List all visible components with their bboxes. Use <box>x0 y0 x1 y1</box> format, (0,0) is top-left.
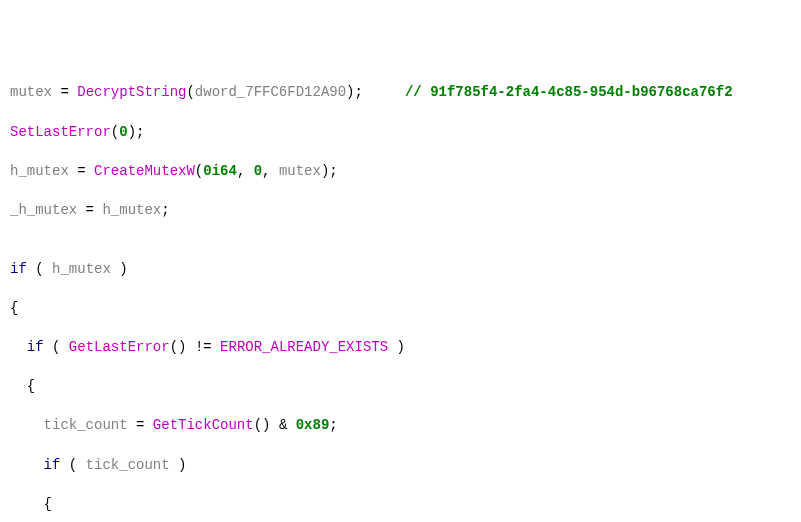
function-call: CreateMutexW <box>94 163 195 179</box>
paren-open: ( <box>52 339 69 355</box>
number: 0x89 <box>296 417 330 433</box>
semicolon: ; <box>329 163 337 179</box>
indent <box>10 339 27 355</box>
semicolon: ; <box>329 417 337 433</box>
paren-close: ) <box>346 84 354 100</box>
paren-close: ) <box>111 261 128 277</box>
code-line: if ( h_mutex ) <box>10 260 791 280</box>
semicolon: ; <box>355 84 363 100</box>
comma: , <box>262 163 279 179</box>
operator: & <box>270 417 295 433</box>
operator: = <box>128 417 153 433</box>
brace: { <box>10 300 18 316</box>
comma: , <box>237 163 254 179</box>
whitespace <box>44 339 52 355</box>
function-call: DecryptString <box>77 84 186 100</box>
function-call: SetLastError <box>10 124 111 140</box>
indent <box>10 496 44 512</box>
brace: { <box>27 378 35 394</box>
keyword: if <box>27 339 44 355</box>
number: 0 <box>254 163 262 179</box>
paren-close: ) <box>388 339 405 355</box>
identifier: h_mutex <box>10 163 69 179</box>
identifier: h_mutex <box>52 261 111 277</box>
paren-close: ) <box>128 124 136 140</box>
parens: () <box>254 417 271 433</box>
paren-open: ( <box>35 261 52 277</box>
number: 0 <box>119 124 127 140</box>
comment: // 91f785f4-2fa4-4c85-954d-b96768ca76f2 <box>405 84 733 100</box>
constant: ERROR_ALREADY_EXISTS <box>220 339 388 355</box>
code-line: h_mutex = CreateMutexW(0i64, 0, mutex); <box>10 162 791 182</box>
operator: = <box>52 84 77 100</box>
code-line: { <box>10 495 791 515</box>
parens: () <box>170 339 187 355</box>
operator: = <box>69 163 94 179</box>
indent <box>10 457 44 473</box>
operator: = <box>77 202 102 218</box>
function-call: GetLastError <box>69 339 170 355</box>
identifier: _h_mutex <box>10 202 77 218</box>
whitespace <box>27 261 35 277</box>
keyword: if <box>10 261 27 277</box>
code-line: mutex = DecryptString(dword_7FFC6FD12A90… <box>10 83 791 103</box>
code-line: if ( GetLastError() != ERROR_ALREADY_EXI… <box>10 338 791 358</box>
code-line: _h_mutex = h_mutex; <box>10 201 791 221</box>
code-view: mutex = DecryptString(dword_7FFC6FD12A90… <box>10 83 791 522</box>
code-line: SetLastError(0); <box>10 123 791 143</box>
identifier: h_mutex <box>102 202 161 218</box>
paren-open: ( <box>69 457 86 473</box>
identifier: dword_7FFC6FD12A90 <box>195 84 346 100</box>
paren-open: ( <box>195 163 203 179</box>
identifier: tick_count <box>44 417 128 433</box>
semicolon: ; <box>161 202 169 218</box>
paren-close: ) <box>170 457 187 473</box>
code-line: if ( tick_count ) <box>10 456 791 476</box>
number: 0i64 <box>203 163 237 179</box>
code-line: { <box>10 299 791 319</box>
indent <box>10 378 27 394</box>
keyword: if <box>44 457 61 473</box>
code-line: tick_count = GetTickCount() & 0x89; <box>10 416 791 436</box>
whitespace <box>363 84 405 100</box>
brace: { <box>44 496 52 512</box>
code-line: { <box>10 377 791 397</box>
operator: != <box>186 339 220 355</box>
identifier: tick_count <box>86 457 170 473</box>
whitespace <box>60 457 68 473</box>
identifier: mutex <box>10 84 52 100</box>
paren-open: ( <box>186 84 194 100</box>
indent <box>10 417 44 433</box>
function-call: GetTickCount <box>153 417 254 433</box>
semicolon: ; <box>136 124 144 140</box>
identifier: mutex <box>279 163 321 179</box>
paren-open: ( <box>111 124 119 140</box>
